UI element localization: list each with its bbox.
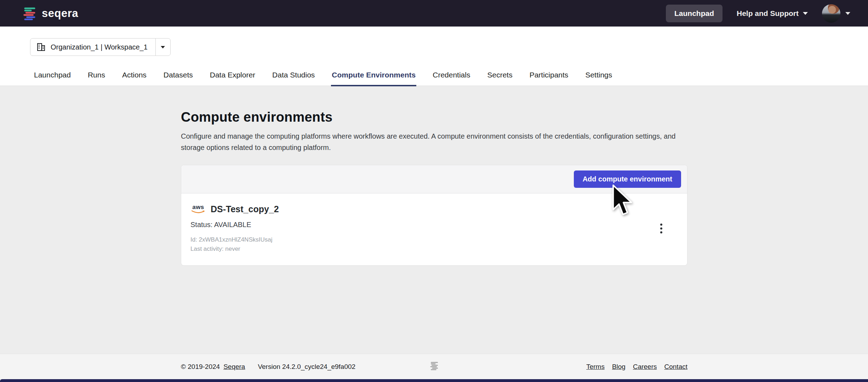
window-bottom-edge: [0, 379, 868, 382]
terms-link[interactable]: Terms: [586, 363, 605, 371]
seqera-footer-logo-icon: [430, 361, 439, 372]
add-compute-environment-button[interactable]: Add compute environment: [574, 170, 681, 188]
chevron-down-icon: [803, 12, 808, 15]
row-options-kebab-icon[interactable]: [657, 221, 665, 236]
compute-environments-panel: Add compute environment aws DS-Test_copy…: [181, 165, 687, 266]
workspace-selector[interactable]: Organization_1 | Workspace_1: [30, 38, 171, 56]
page-title: Compute environments: [181, 110, 687, 125]
tab-settings[interactable]: Settings: [584, 71, 613, 86]
chevron-down-icon: [161, 46, 165, 48]
tab-secrets[interactable]: Secrets: [486, 71, 513, 86]
tab-runs[interactable]: Runs: [87, 71, 106, 86]
help-and-support-label: Help and Support: [737, 9, 799, 18]
copyright-text: © 2019-2024: [181, 363, 220, 371]
page-description: Configure and manage the computing platf…: [181, 131, 687, 153]
avatar[interactable]: [822, 4, 840, 23]
compute-environment-status: Status: AVAILABLE: [190, 221, 279, 229]
version-text: Version 24.2.0_cycle24_e9fa002: [258, 363, 355, 371]
compute-environment-name[interactable]: DS-Test_copy_2: [211, 204, 279, 214]
tab-data-studios[interactable]: Data Studios: [272, 71, 315, 86]
aws-smile-icon: [191, 210, 205, 214]
tab-participants[interactable]: Participants: [529, 71, 569, 86]
organization-icon: [36, 42, 46, 52]
panel-header: Add compute environment: [181, 165, 687, 193]
tab-compute-environments[interactable]: Compute Environments: [331, 71, 416, 86]
chevron-down-icon: [845, 12, 850, 15]
compute-environment-last-activity: Last activity: never: [190, 245, 279, 253]
launchpad-button[interactable]: Launchpad: [666, 5, 723, 22]
compute-environment-row: aws DS-Test_copy_2 Status: AVAILABLE Id:…: [181, 193, 687, 265]
brand-text: seqera: [42, 7, 78, 20]
main-content: Compute environments Configure and manag…: [0, 86, 868, 354]
tab-launchpad[interactable]: Launchpad: [33, 71, 72, 86]
contact-link[interactable]: Contact: [664, 363, 687, 371]
top-navbar: seqera Launchpad Help and Support: [0, 0, 868, 27]
workspace-tabs-band: Organization_1 | Workspace_1 Launchpad R…: [0, 27, 868, 86]
aws-icon: aws: [190, 204, 206, 214]
careers-link[interactable]: Careers: [633, 363, 657, 371]
seqera-footer-link[interactable]: Seqera: [223, 363, 245, 371]
workspace-tabs: Launchpad Runs Actions Datasets Data Exp…: [33, 71, 613, 86]
seqera-logo[interactable]: seqera: [23, 6, 78, 21]
help-and-support-menu[interactable]: Help and Support: [737, 9, 808, 18]
user-menu[interactable]: [822, 4, 850, 23]
blog-link[interactable]: Blog: [612, 363, 626, 371]
tab-datasets[interactable]: Datasets: [163, 71, 194, 86]
seqera-logo-icon: [23, 6, 37, 21]
compute-environment-id: Id: 2xWBA1xznHlZ4NSksIUsaj: [190, 236, 279, 243]
workspace-selector-caret-button[interactable]: [155, 39, 170, 56]
page-footer: © 2019-2024 Seqera Version 24.2.0_cycle2…: [0, 354, 868, 379]
tab-actions[interactable]: Actions: [121, 71, 147, 86]
tab-credentials[interactable]: Credentials: [432, 71, 471, 86]
tab-data-explorer[interactable]: Data Explorer: [209, 71, 256, 86]
workspace-selector-label: Organization_1 | Workspace_1: [51, 43, 148, 51]
